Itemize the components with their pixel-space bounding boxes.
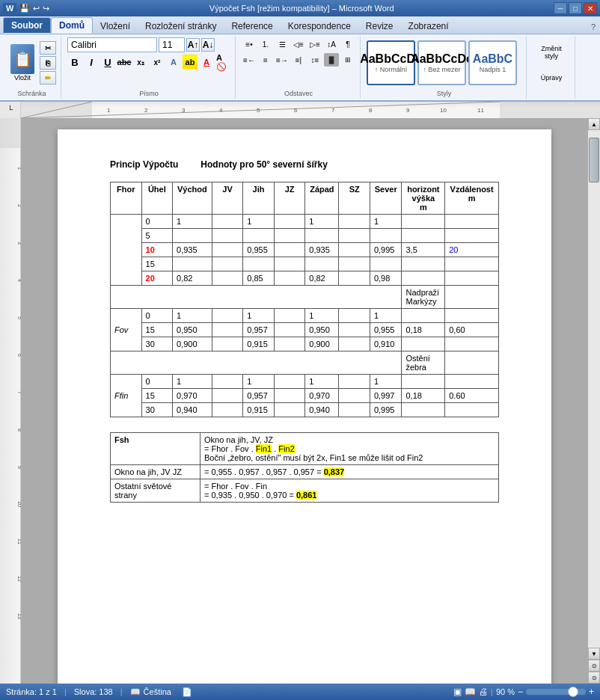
minimize-button[interactable]: ─ bbox=[554, 2, 567, 14]
superscript-button[interactable]: x² bbox=[150, 55, 165, 70]
maximize-button[interactable]: □ bbox=[569, 2, 582, 14]
underline-button[interactable]: U bbox=[100, 55, 115, 70]
svg-text:2: 2 bbox=[144, 107, 148, 114]
strikethrough-button[interactable]: abc bbox=[117, 55, 132, 70]
show-marks-button[interactable]: ¶ bbox=[340, 37, 355, 51]
multilevel-button[interactable]: ☰ bbox=[275, 37, 290, 51]
quick-access-save[interactable]: 💾 bbox=[19, 4, 30, 13]
paste-button[interactable]: 📋 Vložit bbox=[7, 40, 37, 85]
numbering-button[interactable]: 1. bbox=[258, 37, 273, 51]
align-right-button[interactable]: ≡→ bbox=[275, 53, 290, 67]
highlight-color-button[interactable]: ab bbox=[183, 55, 198, 70]
style-nospace[interactable]: AaBbCcDc ↑ Bez mezer bbox=[417, 40, 466, 85]
svg-text:7: 7 bbox=[331, 107, 335, 114]
line-spacing-button[interactable]: ↕≡ bbox=[307, 53, 322, 67]
quick-access-undo[interactable]: ↩ bbox=[33, 4, 40, 13]
zoom-level: 90 % bbox=[496, 687, 515, 696]
svg-text:4: 4 bbox=[219, 107, 223, 114]
increase-font-button[interactable]: A↑ bbox=[186, 38, 200, 52]
bullets-button[interactable]: ≡• bbox=[242, 37, 257, 51]
subscript-button[interactable]: x₂ bbox=[133, 55, 148, 70]
col-jih: Jih bbox=[243, 182, 275, 215]
col-sever: Sever bbox=[370, 182, 402, 215]
scroll-down-button[interactable]: ▼ bbox=[588, 648, 600, 660]
table-row-nadprazi: Nadpraží Markýzy bbox=[111, 286, 499, 309]
tab-korespondence[interactable]: Korespondence bbox=[281, 19, 358, 34]
clear-format-button[interactable]: A🚫 bbox=[215, 55, 230, 70]
italic-button[interactable]: I bbox=[84, 55, 99, 70]
align-center-button[interactable]: ≡ bbox=[258, 53, 273, 67]
ostatni-row: Ostatní světové strany = Fhor . Fov . Fi… bbox=[111, 479, 499, 503]
help-button[interactable]: ? bbox=[587, 20, 600, 34]
bold-button[interactable]: B bbox=[67, 55, 82, 70]
col-horizont: horizontvýškam bbox=[402, 182, 445, 215]
align-left-button[interactable]: ≡← bbox=[242, 53, 257, 67]
svg-text:6: 6 bbox=[294, 107, 298, 114]
scroll-track[interactable] bbox=[588, 130, 600, 648]
font-color-button[interactable]: A bbox=[199, 55, 214, 70]
scroll-area[interactable]: Princip Výpočtu Hodnoty pro 50° severní … bbox=[21, 118, 588, 684]
table-row: 30 0,900 0,915 0,900 0,910 bbox=[111, 337, 499, 351]
tab-domu[interactable]: Domů bbox=[51, 17, 93, 34]
tab-zobrazeni[interactable]: Zobrazení bbox=[401, 19, 456, 34]
zoom-out-button[interactable]: − bbox=[518, 687, 523, 697]
increase-indent-button[interactable]: ▷≡ bbox=[307, 37, 322, 51]
main-table: Fhor Úhel Východ JV Jih JZ Západ SZ Seve… bbox=[110, 182, 499, 417]
svg-text:8: 8 bbox=[369, 107, 373, 114]
format-painter-button[interactable]: ✏ bbox=[40, 71, 56, 85]
okno-formula: = 0,955 . 0,957 . 0,957 . 0,957 = 0,837 bbox=[204, 467, 495, 476]
table-row: 15 0,970 0,957 0,970 0,997 0,18 0.60 bbox=[111, 389, 499, 403]
ribbon: 📋 Vložit ✂ ⎘ ✏ Schránka Calibri 11 A↑ A↓… bbox=[0, 34, 600, 102]
edit-button[interactable]: Úpravy bbox=[533, 70, 570, 85]
font-size-input[interactable]: 11 bbox=[159, 37, 185, 52]
style-normal[interactable]: AaBbCcDc ↑ Normální bbox=[367, 40, 415, 85]
vertical-scrollbar[interactable]: ▲ ▼ ⊙ ⊙ bbox=[588, 118, 600, 684]
justify-button[interactable]: ≡| bbox=[291, 53, 306, 67]
ostatni-formula1: = Fhor . Fov . Fin bbox=[204, 482, 495, 491]
word-icon: W bbox=[3, 3, 16, 13]
view-reading-button[interactable]: 📖 bbox=[465, 687, 476, 697]
change-style-button[interactable]: Změnitstyly bbox=[533, 37, 570, 67]
ruler-corner[interactable]: └ bbox=[0, 102, 21, 118]
track-changes-icon: 📄 bbox=[182, 687, 192, 697]
titlebar: W 💾 ↩ ↪ Výpočet Fsh [režim kompatibility… bbox=[0, 0, 600, 16]
sort-button[interactable]: ↕A bbox=[324, 37, 339, 51]
shading-button[interactable]: ▓ bbox=[324, 53, 339, 67]
tab-vlozeni[interactable]: Vložení bbox=[93, 19, 138, 34]
quick-access-redo[interactable]: ↪ bbox=[43, 4, 49, 13]
style-heading1-sample: AaBbC bbox=[473, 52, 512, 66]
paragraph-label: Odstavec bbox=[242, 90, 355, 97]
view-normal-button[interactable]: ▣ bbox=[453, 687, 462, 697]
font-label: Písmo bbox=[67, 90, 230, 97]
prev-page-button[interactable]: ⊙ bbox=[588, 660, 600, 672]
font-name-input[interactable]: Calibri bbox=[67, 37, 157, 52]
next-page-button[interactable]: ⊙ bbox=[588, 672, 600, 684]
text-effects-button[interactable]: A bbox=[166, 55, 181, 70]
language-status[interactable]: 📖 Čeština bbox=[130, 687, 171, 697]
scroll-up-button[interactable]: ▲ bbox=[588, 118, 600, 130]
zoom-slider[interactable] bbox=[526, 689, 586, 695]
scroll-thumb[interactable] bbox=[589, 138, 599, 182]
table-row: 10 0,935 0,955 0,935 0,995 3,5 20 bbox=[111, 243, 499, 257]
close-button[interactable]: ✕ bbox=[584, 2, 597, 14]
border-button[interactable]: ⊞ bbox=[340, 53, 355, 67]
tab-reference[interactable]: Reference bbox=[224, 19, 280, 34]
view-print-button[interactable]: 🖨 bbox=[479, 687, 488, 697]
page-info: Stránka: 1 z 1 bbox=[6, 687, 57, 696]
tab-rozlozeni[interactable]: Rozložení stránky bbox=[138, 19, 224, 34]
style-normal-label: ↑ Normální bbox=[375, 66, 408, 73]
tab-soubor[interactable]: Soubor bbox=[3, 17, 51, 34]
copy-button[interactable]: ⎘ bbox=[40, 56, 56, 70]
fsh-formula: = Fhor . Fov . Fin1 . Fin2 bbox=[204, 444, 495, 453]
table-row: 5 bbox=[111, 229, 499, 243]
style-heading1[interactable]: AaBbC Nadpis 1 bbox=[468, 40, 517, 85]
cut-button[interactable]: ✂ bbox=[40, 41, 56, 55]
svg-rect-15 bbox=[0, 118, 21, 148]
table-row: 20 0,82 0,85 0,82 0,98 bbox=[111, 271, 499, 286]
zoom-slider-thumb[interactable] bbox=[568, 687, 578, 697]
tab-revize[interactable]: Revize bbox=[358, 19, 401, 34]
decrease-indent-button[interactable]: ◁≡ bbox=[291, 37, 306, 51]
style-nospace-label: ↑ Bez mezer bbox=[423, 66, 460, 73]
zoom-in-button[interactable]: + bbox=[589, 687, 594, 697]
decrease-font-button[interactable]: A↓ bbox=[201, 38, 215, 52]
